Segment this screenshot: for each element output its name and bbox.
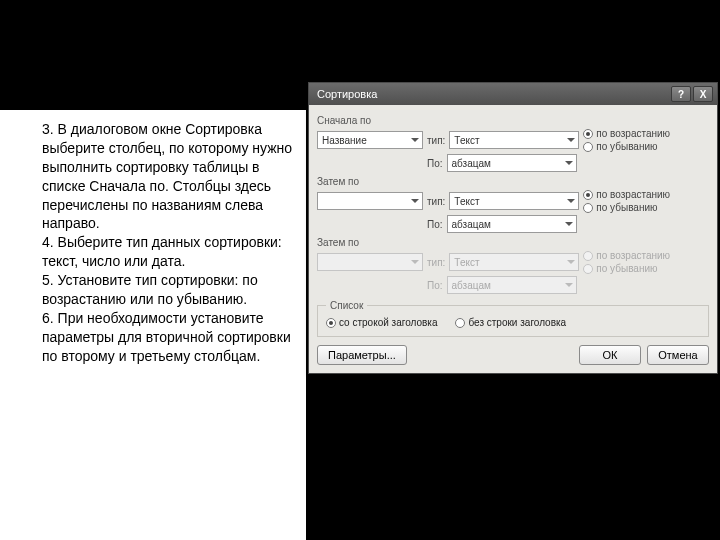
level1-by-label: По: <box>427 158 443 169</box>
radio-icon <box>583 190 593 200</box>
level1-column-combo[interactable]: Название <box>317 131 423 149</box>
dialog-title: Сортировка <box>317 88 669 100</box>
level2-type-label: тип: <box>427 196 445 207</box>
cancel-button[interactable]: Отмена <box>647 345 709 365</box>
level3-type-label: тип: <box>427 257 445 268</box>
radio-icon <box>583 142 593 152</box>
radio-icon <box>583 264 593 274</box>
level3-column-combo <box>317 253 423 271</box>
level1-type-label: тип: <box>427 135 445 146</box>
list-fieldset: Список со строкой заголовка без строки з… <box>317 300 709 337</box>
level3-by-combo: абзацам <box>447 276 577 294</box>
titlebar[interactable]: Сортировка ? Х <box>309 83 717 105</box>
level3-row2: По: абзацам <box>317 276 709 294</box>
level1-type-combo[interactable]: Текст <box>449 131 579 149</box>
level1-row2: По: абзацам <box>317 154 709 172</box>
sort-dialog: Сортировка ? Х Сначала по Название тип: … <box>308 82 718 374</box>
with-header-radio[interactable]: со строкой заголовка <box>326 317 437 328</box>
list-legend: Список <box>326 300 367 311</box>
level3-row1: тип: Текст по возрастанию по убыванию <box>317 250 709 274</box>
instruction-paragraph: 3. В диалоговом окне Сортировка выберите… <box>42 120 300 366</box>
level2-desc-radio[interactable]: по убыванию <box>583 202 679 213</box>
level2-by-label: По: <box>427 219 443 230</box>
params-button[interactable]: Параметры... <box>317 345 407 365</box>
without-header-radio[interactable]: без строки заголовка <box>455 317 566 328</box>
level2-type-combo[interactable]: Текст <box>449 192 579 210</box>
radio-icon <box>583 251 593 261</box>
level2-label: Затем по <box>317 176 709 187</box>
level1-asc-radio[interactable]: по возрастанию <box>583 128 679 139</box>
level1-order-group: по возрастанию по убыванию <box>583 128 679 152</box>
level3-asc-radio: по возрастанию <box>583 250 679 261</box>
level2-by-combo[interactable]: абзацам <box>447 215 577 233</box>
radio-icon <box>326 318 336 328</box>
level1-by-combo[interactable]: абзацам <box>447 154 577 172</box>
level2-order-group: по возрастанию по убыванию <box>583 189 679 213</box>
level3-by-label: По: <box>427 280 443 291</box>
level2-row1: тип: Текст по возрастанию по убыванию <box>317 189 709 213</box>
level3-order-group: по возрастанию по убыванию <box>583 250 679 274</box>
level2-column-combo[interactable] <box>317 192 423 210</box>
level1-label: Сначала по <box>317 115 709 126</box>
instruction-text: 3. В диалоговом окне Сортировка выберите… <box>42 120 300 366</box>
level2-asc-radio[interactable]: по возрастанию <box>583 189 679 200</box>
level1-row1: Название тип: Текст по возрастанию по уб… <box>317 128 709 152</box>
level3-label: Затем по <box>317 237 709 248</box>
radio-icon <box>455 318 465 328</box>
ok-button[interactable]: ОК <box>579 345 641 365</box>
dialog-body: Сначала по Название тип: Текст по возрас… <box>309 105 717 373</box>
help-button[interactable]: ? <box>671 86 691 102</box>
level3-type-combo: Текст <box>449 253 579 271</box>
radio-icon <box>583 129 593 139</box>
level3-desc-radio: по убыванию <box>583 263 679 274</box>
button-row: Параметры... ОК Отмена <box>317 345 709 365</box>
level2-row2: По: абзацам <box>317 215 709 233</box>
level1-desc-radio[interactable]: по убыванию <box>583 141 679 152</box>
radio-icon <box>583 203 593 213</box>
close-button[interactable]: Х <box>693 86 713 102</box>
